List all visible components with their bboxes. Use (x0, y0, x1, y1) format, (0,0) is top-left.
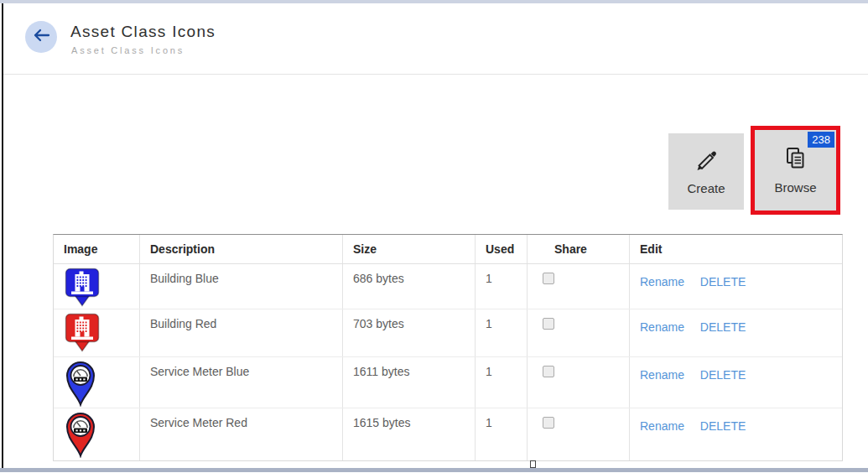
share-cell (528, 408, 630, 460)
image-cell (54, 309, 140, 356)
copy-pages-icon (783, 146, 808, 176)
used-cell: 1 (476, 357, 528, 408)
missing-character-glyph (530, 460, 536, 468)
page-title: Asset Class Icons (70, 23, 216, 41)
column-header-share: Share (528, 235, 630, 263)
column-header-image: Image (54, 235, 140, 263)
app-window: Asset Class Icons Asset Class Icons Crea… (0, 0, 868, 473)
description-cell: Building Blue (140, 264, 343, 309)
delete-link[interactable]: DELETE (700, 419, 746, 433)
horizontal-scrollbar[interactable] (0, 468, 868, 472)
service-meter-pin-red-icon (64, 411, 97, 458)
share-checkbox[interactable] (543, 366, 554, 377)
rename-link[interactable]: Rename (640, 275, 684, 288)
description-cell: Service Meter Red (140, 408, 343, 460)
rename-link[interactable]: Rename (640, 419, 684, 433)
column-header-used: Used (476, 235, 528, 263)
edit-cell: Rename DELETE (630, 408, 842, 460)
share-cell (528, 309, 630, 356)
image-cell (54, 264, 140, 309)
table-row: Service Meter Red 1615 bytes 1 Rename DE… (54, 408, 842, 460)
browse-button-highlight: Browse 238 (751, 126, 840, 215)
page-subtitle: Asset Class Icons (71, 45, 185, 55)
arrow-left-icon (32, 28, 50, 46)
edit-cell: Rename DELETE (630, 357, 842, 408)
asset-icons-table: Image Description Size Used Share Edit (53, 234, 843, 461)
rename-link[interactable]: Rename (640, 368, 684, 382)
building-marker-blue-icon (64, 267, 101, 307)
browse-button-label: Browse (774, 180, 816, 195)
back-button[interactable] (25, 21, 57, 53)
image-cell (54, 357, 140, 408)
used-cell: 1 (476, 408, 528, 460)
column-header-description: Description (140, 235, 343, 263)
share-cell (528, 357, 630, 408)
table-row: Building Blue 686 bytes 1 Rename DELETE (54, 264, 842, 309)
share-checkbox[interactable] (543, 417, 554, 429)
image-cell (54, 408, 140, 460)
used-cell: 1 (476, 264, 528, 309)
description-cell: Service Meter Blue (140, 357, 343, 408)
service-meter-pin-blue-icon (64, 360, 97, 407)
size-cell: 1615 bytes (343, 408, 476, 460)
share-checkbox[interactable] (543, 273, 554, 284)
share-checkbox[interactable] (543, 318, 554, 330)
browse-count-badge: 238 (808, 132, 834, 148)
delete-link[interactable]: DELETE (700, 320, 746, 334)
table-header-row: Image Description Size Used Share Edit (54, 235, 842, 264)
create-button[interactable]: Create (668, 133, 744, 210)
pencil-icon (694, 148, 719, 177)
edit-cell: Rename DELETE (630, 309, 842, 356)
table-row: Building Red 703 bytes 1 Rename DELETE (54, 309, 842, 357)
size-cell: 686 bytes (343, 264, 476, 309)
delete-link[interactable]: DELETE (700, 368, 746, 382)
edit-cell: Rename DELETE (630, 264, 842, 309)
delete-link[interactable]: DELETE (700, 275, 746, 288)
page-header: Asset Class Icons Asset Class Icons (3, 3, 868, 75)
table-row: Service Meter Blue 1611 bytes 1 Rename D… (54, 357, 842, 408)
rename-link[interactable]: Rename (640, 320, 684, 334)
column-header-edit: Edit (630, 235, 842, 263)
column-header-size: Size (343, 235, 476, 263)
share-cell (528, 264, 630, 309)
building-marker-red-icon (64, 312, 101, 352)
used-cell: 1 (476, 309, 528, 356)
size-cell: 1611 bytes (343, 357, 476, 408)
create-button-label: Create (687, 181, 725, 195)
description-cell: Building Red (140, 309, 343, 356)
size-cell: 703 bytes (343, 309, 476, 356)
